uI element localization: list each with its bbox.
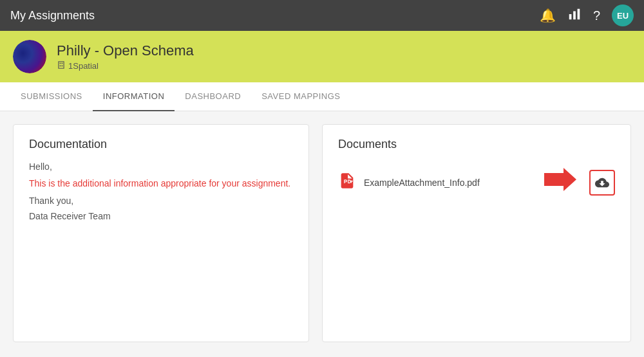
documents-card: Documents ExampleAttachment_Info.pdf xyxy=(322,124,631,342)
avatar-image xyxy=(13,40,46,73)
documentation-card: Documentation Hello, This is the additio… xyxy=(13,124,309,342)
project-avatar xyxy=(13,40,46,73)
svg-marker-3 xyxy=(544,168,576,191)
doc-line-info: This is the additional information appro… xyxy=(29,177,293,190)
building-icon xyxy=(57,60,66,71)
nav-actions: 🔔 ? EU xyxy=(540,5,634,26)
document-filename: ExampleAttachment_Info.pdf xyxy=(364,178,536,188)
svg-rect-0 xyxy=(569,14,572,19)
project-info: Philly - Open Schema 1Spatial xyxy=(57,42,194,71)
tab-submissions[interactable]: SUBMISSIONS xyxy=(10,82,93,111)
arrow-right-icon xyxy=(544,168,576,197)
doc-line-thanks: Thank you, xyxy=(29,196,293,206)
project-title: Philly - Open Schema xyxy=(57,42,194,59)
main-content: Documentation Hello, This is the additio… xyxy=(0,111,644,355)
tabs-bar: SUBMISSIONS INFORMATION DASHBOARD SAVED … xyxy=(0,82,644,111)
tab-saved-mappings[interactable]: SAVED MAPPINGS xyxy=(251,82,350,111)
org-name: 1Spatial xyxy=(68,61,99,71)
tab-information[interactable]: INFORMATION xyxy=(93,82,175,111)
bar-chart-icon[interactable] xyxy=(567,7,582,24)
top-nav: My Assignments 🔔 ? EU xyxy=(0,0,644,31)
app-title: My Assignments xyxy=(10,9,95,23)
bell-icon[interactable]: 🔔 xyxy=(540,8,556,23)
svg-rect-1 xyxy=(573,11,576,19)
user-avatar[interactable]: EU xyxy=(612,5,634,26)
download-button[interactable] xyxy=(589,170,615,196)
pdf-icon xyxy=(338,172,356,194)
documentation-title: Documentation xyxy=(29,138,293,151)
document-row: ExampleAttachment_Info.pdf xyxy=(338,161,615,203)
org-info: 1Spatial xyxy=(57,60,194,71)
doc-line-hello: Hello, xyxy=(29,161,293,172)
svg-rect-2 xyxy=(577,8,580,19)
doc-line-team: Data Receiver Team xyxy=(29,211,293,221)
documents-title: Documents xyxy=(338,138,615,151)
project-banner: Philly - Open Schema 1Spatial xyxy=(0,31,644,82)
tab-dashboard[interactable]: DASHBOARD xyxy=(175,82,251,111)
help-icon[interactable]: ? xyxy=(593,8,600,23)
